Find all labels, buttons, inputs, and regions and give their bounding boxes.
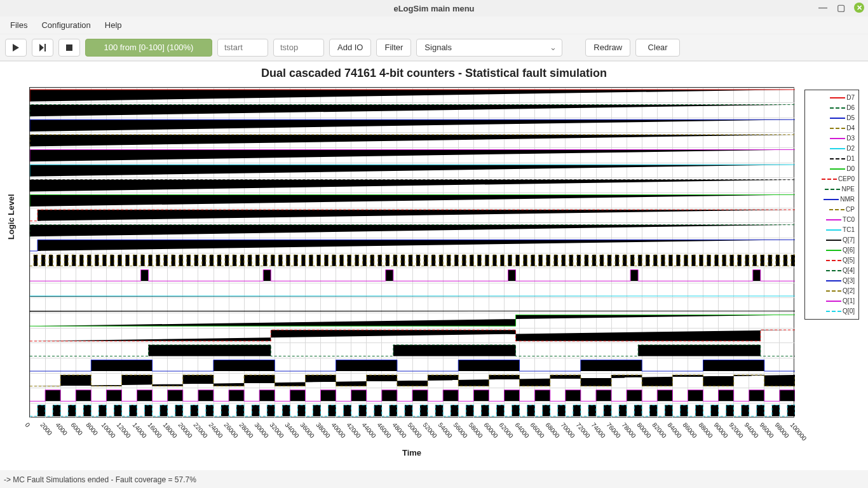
- filter-button[interactable]: Filter: [376, 39, 411, 57]
- chevron-down-icon: ⌄: [550, 43, 557, 52]
- clear-button[interactable]: Clear: [635, 39, 680, 57]
- legend-item[interactable]: NMR: [809, 194, 855, 205]
- legend-item[interactable]: Q[2]: [809, 286, 855, 296]
- signals-select-label: Signals: [424, 43, 452, 52]
- legend-item[interactable]: Q[4]: [809, 266, 855, 276]
- legend-item[interactable]: D5: [809, 113, 855, 123]
- signals-select[interactable]: Signals ⌄: [416, 39, 562, 57]
- toolbar: 100 from [0-100] (100%) Add IO Filter Si…: [0, 34, 868, 61]
- svg-rect-0: [44, 44, 46, 51]
- menu-configuration[interactable]: Configuration: [35, 18, 97, 32]
- legend-item[interactable]: Q[5]: [809, 255, 855, 266]
- y-axis-label: Logic Level: [6, 194, 16, 240]
- progress-indicator[interactable]: 100 from [0-100] (100%): [85, 39, 212, 57]
- menubar: Files Configuration Help: [0, 17, 868, 34]
- tstart-input[interactable]: [217, 39, 268, 57]
- play-icon: [11, 43, 20, 52]
- step-button[interactable]: [32, 39, 53, 57]
- legend-item[interactable]: D2: [809, 144, 855, 154]
- stop-button[interactable]: [58, 39, 80, 57]
- chart-svg: [30, 88, 795, 418]
- menu-files[interactable]: Files: [4, 18, 34, 32]
- stop-icon: [65, 44, 73, 51]
- legend-item[interactable]: D6: [809, 103, 855, 113]
- legend-item[interactable]: D0: [809, 164, 855, 174]
- legend-item[interactable]: TC0: [809, 215, 855, 225]
- legend-item[interactable]: Q[0]: [809, 306, 855, 316]
- window-controls: — ▢ ✕: [818, 3, 864, 13]
- status-text: -> MC Fault Simulations ended - Fault co…: [4, 475, 196, 484]
- chart-canvas[interactable]: [29, 87, 794, 417]
- step-forward-icon: [38, 43, 47, 52]
- tstop-input[interactable]: [273, 39, 324, 57]
- legend-item[interactable]: CP: [809, 205, 855, 215]
- plot-area: Dual cascaded 74161 4-bit counters - Sta…: [0, 61, 868, 470]
- legend-item[interactable]: D1: [809, 154, 855, 164]
- chart-title: Dual cascaded 74161 4-bit counters - Sta…: [0, 67, 868, 80]
- window-titlebar: eLogSim main menu — ▢ ✕: [0, 0, 868, 17]
- close-icon[interactable]: ✕: [854, 3, 864, 13]
- minimize-icon[interactable]: —: [818, 3, 827, 12]
- legend-item[interactable]: CEP0: [809, 174, 855, 184]
- legend-item[interactable]: NPE: [809, 184, 855, 194]
- window-title: eLogSim main menu: [393, 4, 474, 13]
- chart-legend: D7D6D5D4D3D2D1D0CEP0NPENMRCPTC0TC1Q[7]Q[…: [804, 90, 859, 320]
- svg-rect-1: [66, 44, 72, 51]
- legend-item[interactable]: D4: [809, 123, 855, 133]
- x-axis-label: Time: [29, 448, 794, 458]
- legend-item[interactable]: Q[7]: [809, 235, 855, 245]
- status-bar: -> MC Fault Simulations ended - Fault co…: [0, 474, 868, 488]
- legend-item[interactable]: D7: [809, 93, 855, 103]
- legend-item[interactable]: Q[3]: [809, 276, 855, 286]
- menu-help[interactable]: Help: [98, 18, 128, 32]
- x-axis-ticks: 0200040006000800010000120001400016000180…: [29, 420, 804, 445]
- legend-item[interactable]: Q[6]: [809, 245, 855, 255]
- legend-item[interactable]: D3: [809, 133, 855, 144]
- play-button[interactable]: [5, 39, 27, 57]
- legend-item[interactable]: TC1: [809, 225, 855, 235]
- add-io-button[interactable]: Add IO: [329, 39, 371, 57]
- redraw-button[interactable]: Redraw: [585, 39, 630, 57]
- maximize-icon[interactable]: ▢: [836, 3, 845, 12]
- legend-item[interactable]: Q[1]: [809, 296, 855, 306]
